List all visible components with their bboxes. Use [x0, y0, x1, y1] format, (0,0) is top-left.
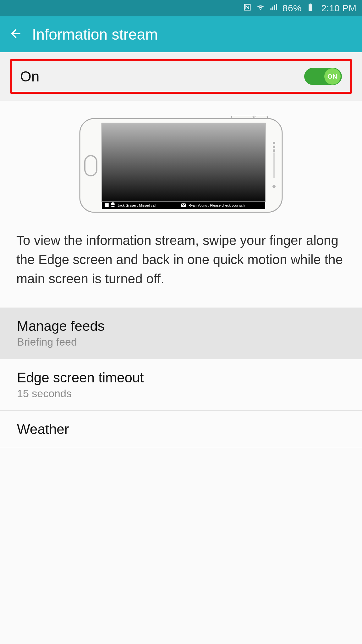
master-toggle-row[interactable]: On ON [10, 59, 352, 94]
svg-rect-9 [102, 123, 265, 202]
back-icon[interactable] [9, 27, 23, 42]
svg-point-5 [273, 142, 275, 144]
description-text: To view the information stream, swipe yo… [0, 222, 362, 308]
preview-illustration: Jack Graser : Missed call Ryan Young : P… [0, 101, 362, 222]
status-time: 2:10 PM [321, 3, 356, 14]
status-bar: 86% 2:10 PM [0, 0, 362, 16]
setting-subtitle: 15 seconds [17, 387, 345, 400]
svg-point-8 [272, 185, 276, 188]
battery-percent: 86% [282, 3, 302, 14]
app-bar: Information stream [0, 16, 362, 52]
master-toggle-switch[interactable]: ON [304, 68, 342, 85]
nfc-icon [243, 3, 252, 14]
setting-subtitle: Briefing feed [17, 336, 345, 348]
setting-weather[interactable]: Weather [0, 411, 362, 448]
setting-title: Manage feeds [17, 318, 345, 334]
battery-icon [306, 3, 315, 14]
setting-edge-timeout[interactable]: Edge screen timeout 15 seconds [0, 359, 362, 411]
setting-manage-feeds[interactable]: Manage feeds Briefing feed [0, 308, 362, 359]
master-toggle-section: On ON [0, 52, 362, 101]
wifi-icon [256, 3, 265, 14]
page-title: Information stream [32, 26, 158, 43]
switch-knob: ON [324, 68, 341, 85]
svg-point-7 [273, 149, 275, 152]
ticker-item-2: Ryan Young : Please check your sch [189, 203, 245, 207]
setting-title: Edge screen timeout [17, 370, 345, 386]
signal-icon [269, 3, 278, 14]
svg-point-6 [273, 146, 275, 148]
master-toggle-label: On [20, 68, 39, 85]
setting-title: Weather [17, 421, 345, 437]
phone-illustration: Jack Graser : Missed call Ryan Young : P… [77, 115, 285, 215]
ticker-item-1: Jack Graser : Missed call [118, 203, 156, 207]
